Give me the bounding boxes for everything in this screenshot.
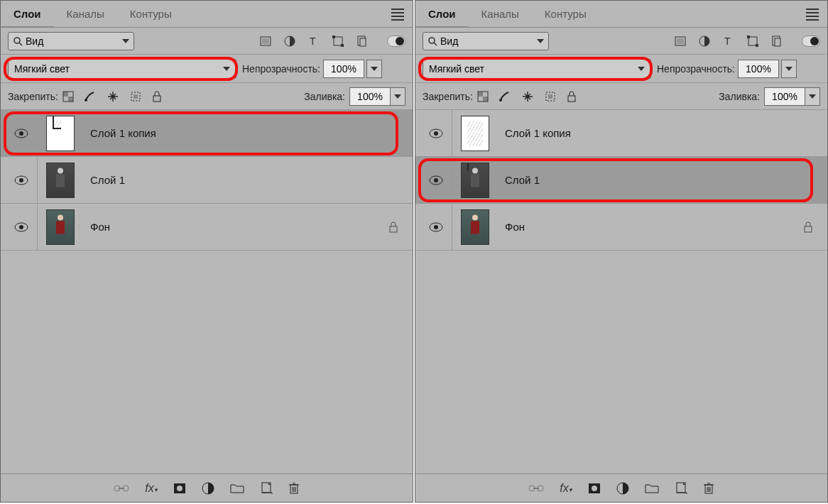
opacity-value[interactable]: 100% — [323, 60, 364, 78]
filter-toggle[interactable] — [802, 35, 820, 47]
eye-icon[interactable] — [14, 222, 28, 232]
lock-position-icon[interactable] — [107, 90, 119, 103]
filter-shape-icon[interactable] — [332, 35, 344, 48]
layers-panel-right: Слои Каналы Контуры Вид T Мягкий свет Не… — [415, 0, 828, 503]
lock-paint-icon[interactable] — [84, 90, 97, 103]
svg-rect-24 — [390, 226, 397, 232]
lock-artboard-icon[interactable] — [129, 90, 142, 103]
opacity-value[interactable]: 100% — [738, 60, 779, 78]
filter-shape-icon[interactable] — [746, 35, 759, 48]
link-icon[interactable] — [114, 483, 129, 493]
folder-icon[interactable] — [230, 483, 244, 494]
fill-chevron[interactable] — [390, 87, 405, 106]
lock-label: Закрепить: — [423, 91, 473, 102]
adjustment-icon[interactable] — [616, 482, 629, 495]
mask-icon[interactable] — [173, 483, 186, 494]
chevron-down-icon — [537, 39, 544, 43]
fill-value[interactable]: 100% — [349, 87, 391, 106]
filter-smart-icon[interactable] — [356, 35, 369, 48]
layer-row[interactable]: Слой 1 копия — [1, 110, 413, 157]
layer-row[interactable]: Фон — [1, 204, 413, 251]
lock-transparency-icon[interactable] — [62, 91, 74, 102]
lock-paint-icon[interactable] — [499, 90, 511, 103]
layer-name[interactable]: Слой 1 — [90, 174, 125, 186]
filter-adjust-icon[interactable] — [283, 35, 296, 48]
eye-icon[interactable] — [14, 175, 28, 185]
lock-label: Закрепить: — [8, 91, 58, 102]
lock-all-icon[interactable] — [567, 91, 577, 102]
fill-chevron[interactable] — [805, 87, 820, 106]
tab-paths[interactable]: Контуры — [117, 1, 185, 28]
layer-name[interactable]: Фон — [505, 221, 525, 233]
adjustment-icon[interactable] — [202, 482, 214, 495]
tab-paths[interactable]: Контуры — [532, 1, 599, 28]
filter-type-label: Вид — [26, 35, 43, 47]
lock-all-icon[interactable] — [152, 91, 162, 102]
svg-rect-54 — [548, 94, 552, 99]
lock-row: Закрепить: Заливка: 100% — [1, 83, 413, 110]
layer-name[interactable]: Фон — [90, 221, 110, 233]
lock-transparency-icon[interactable] — [477, 91, 489, 102]
filter-type-select[interactable]: Вид — [423, 32, 549, 50]
layer-row[interactable]: Слой 1 копия — [415, 110, 827, 157]
lock-row: Закрепить: Заливка: 100% — [415, 83, 827, 110]
new-layer-icon[interactable] — [675, 482, 687, 495]
lock-artboard-icon[interactable] — [544, 90, 557, 103]
filter-type-icon[interactable]: T — [307, 35, 320, 48]
fx-icon[interactable]: fx▾ — [145, 482, 157, 495]
svg-point-38 — [429, 38, 435, 43]
layer-row[interactable]: Фон — [415, 204, 827, 251]
layer-thumbnail — [46, 116, 75, 151]
panel-menu-icon[interactable] — [806, 6, 819, 23]
filter-toggle[interactable] — [387, 35, 405, 47]
filter-pixel-icon[interactable] — [674, 35, 687, 48]
filter-type-select[interactable]: Вид — [8, 32, 134, 50]
chevron-down-icon — [122, 39, 129, 43]
opacity-chevron[interactable] — [781, 60, 797, 78]
layer-row[interactable]: Слой 1 — [1, 157, 413, 204]
tab-layers[interactable]: Слои — [415, 1, 469, 28]
trash-icon[interactable] — [288, 482, 300, 495]
fill-value[interactable]: 100% — [764, 87, 805, 106]
search-icon — [427, 36, 437, 46]
lock-position-icon[interactable] — [521, 90, 534, 103]
opacity-label: Непрозрачность: — [242, 63, 320, 75]
filter-smart-icon[interactable] — [770, 35, 783, 48]
svg-point-21 — [19, 178, 23, 182]
filter-type-icon[interactable]: T — [722, 35, 735, 48]
blend-mode-select[interactable]: Мягкий свет — [8, 59, 236, 79]
eye-icon[interactable] — [429, 222, 443, 232]
blend-row: Мягкий свет Непрозрачность: 100% — [1, 55, 413, 83]
svg-rect-10 — [360, 38, 366, 46]
lock-icon — [388, 221, 398, 233]
svg-rect-41 — [677, 38, 684, 44]
fx-icon[interactable]: fx▾ — [560, 482, 572, 495]
svg-rect-7 — [332, 35, 335, 38]
filter-pixel-icon[interactable] — [259, 35, 272, 48]
layer-name[interactable]: Слой 1 копия — [90, 127, 156, 139]
blend-mode-select[interactable]: Мягкий свет — [423, 59, 651, 79]
layer-row[interactable]: Слой 1 — [415, 157, 827, 204]
svg-rect-8 — [341, 44, 344, 47]
panel-menu-icon[interactable] — [391, 6, 404, 23]
eye-icon[interactable] — [429, 175, 443, 185]
eye-icon[interactable] — [14, 128, 28, 138]
layer-name[interactable]: Слой 1 копия — [505, 127, 571, 139]
layers-panel-left: Слои Каналы Контуры Вид T Мягкий свет Не… — [0, 0, 413, 503]
tab-channels[interactable]: Каналы — [469, 1, 532, 28]
tab-layers[interactable]: Слои — [1, 1, 54, 28]
layer-name[interactable]: Слой 1 — [505, 174, 540, 186]
link-icon[interactable] — [528, 483, 544, 493]
folder-icon[interactable] — [645, 483, 659, 494]
opacity-chevron[interactable] — [366, 60, 382, 78]
trash-icon[interactable] — [703, 482, 714, 495]
eye-icon[interactable] — [429, 128, 443, 138]
filter-adjust-icon[interactable] — [698, 35, 711, 48]
filter-type-label: Вид — [440, 35, 458, 47]
svg-text:T: T — [310, 35, 316, 47]
svg-rect-46 — [756, 44, 758, 47]
tab-channels[interactable]: Каналы — [54, 1, 117, 28]
mask-icon[interactable] — [588, 483, 601, 494]
svg-rect-3 — [262, 38, 269, 44]
new-layer-icon[interactable] — [260, 482, 273, 495]
